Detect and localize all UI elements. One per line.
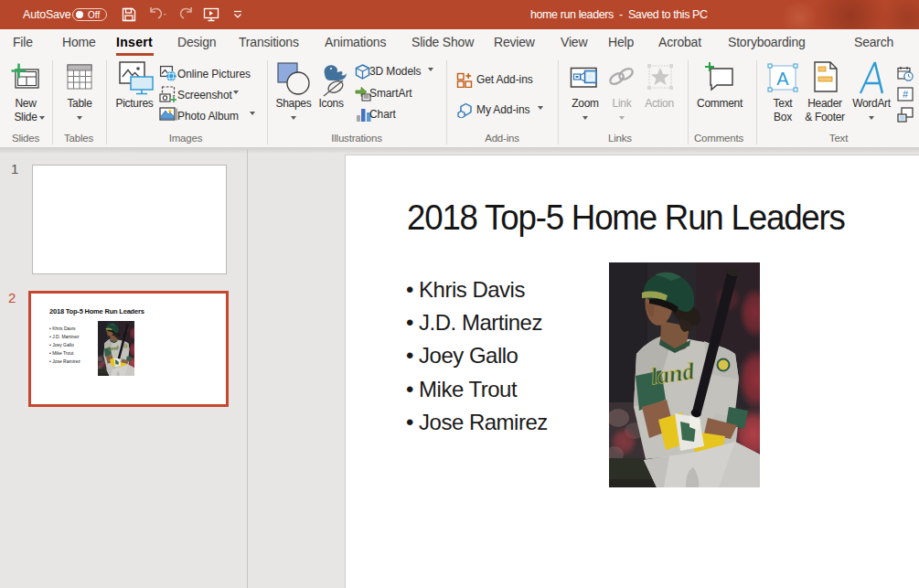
svg-text:A: A <box>776 69 789 89</box>
svg-text:#: # <box>903 89 909 100</box>
